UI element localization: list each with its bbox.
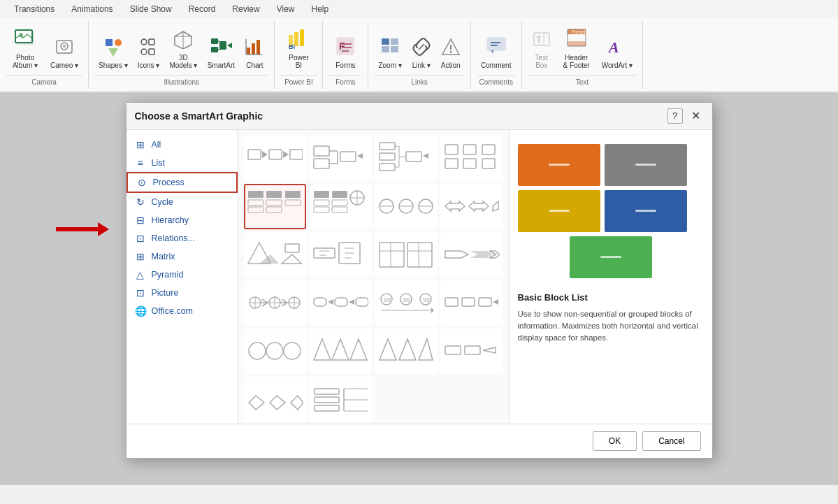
category-cycle[interactable]: ↻ Cycle	[127, 193, 238, 211]
svg-rect-111	[285, 244, 299, 252]
svg-rect-90	[266, 207, 282, 213]
category-matrix[interactable]: ⊞ Matrix	[127, 247, 238, 266]
preview-block-yellow	[518, 190, 600, 232]
graphic-21[interactable]	[310, 377, 373, 422]
text-group-label: Text	[528, 75, 637, 86]
tab-animations[interactable]: Animations	[63, 0, 121, 18]
category-all[interactable]: ⊞ All	[127, 136, 238, 154]
comments-items: Comment	[477, 24, 516, 72]
preview-block-orange	[518, 144, 600, 186]
graphic-10[interactable]	[375, 232, 438, 278]
svg-text:Header: Header	[572, 29, 588, 35]
zoom-button[interactable]: Zoom ▾	[374, 34, 405, 72]
category-officecom[interactable]: 🌐 Office.com	[127, 302, 238, 320]
graphic-4[interactable]	[440, 136, 503, 181]
tab-view[interactable]: View	[268, 0, 303, 18]
svg-rect-85	[248, 191, 263, 198]
dash-green	[600, 256, 621, 258]
svg-point-154	[249, 343, 266, 359]
tab-transitions[interactable]: Transitions	[6, 0, 63, 18]
dialog-body: ⊞ All ≡ List ⊙ Process ↻ Cycle ⊟ Hiera	[127, 130, 712, 424]
cancel-button[interactable]: Cancel	[642, 431, 700, 451]
graphic-basic-process[interactable]	[244, 136, 307, 181]
graphic-15[interactable]	[440, 280, 503, 326]
category-pyramid[interactable]: △ Pyramid	[127, 266, 238, 284]
chart-button[interactable]: Chart	[240, 34, 268, 72]
forms-button[interactable]: F Forms	[328, 33, 362, 72]
ok-button[interactable]: OK	[593, 431, 637, 451]
graphic-6[interactable]	[375, 184, 438, 229]
dialog-title: Choose a SmartArt Graphic	[135, 110, 263, 122]
svg-marker-126	[470, 251, 493, 258]
photo-album-button[interactable]: PhotoAlbum ▾	[6, 24, 45, 72]
graphic-9[interactable]	[309, 232, 372, 278]
relationship-icon: ⊡	[135, 233, 146, 244]
action-button[interactable]: Action	[437, 34, 465, 72]
graphic-2[interactable]	[309, 136, 372, 181]
header-footer-button[interactable]: Header Header& Footer	[557, 24, 596, 72]
graphics-row-6	[244, 377, 503, 422]
svg-marker-160	[380, 339, 396, 360]
svg-rect-55	[568, 41, 586, 46]
graphic-19[interactable]	[440, 329, 503, 374]
category-process[interactable]: ⊙ Process	[127, 172, 238, 193]
tab-slideshow[interactable]: Slide Show	[122, 0, 180, 18]
icons-icon	[139, 37, 159, 60]
graphic-7[interactable]	[440, 184, 503, 229]
svg-marker-59	[262, 151, 268, 158]
svg-rect-95	[314, 207, 329, 213]
category-list[interactable]: ≡ List	[127, 154, 238, 172]
svg-rect-24	[252, 43, 255, 55]
officecom-icon: 🌐	[135, 305, 146, 317]
ribbon-group-camera: PhotoAlbum ▾ Cameo ▾ Camera	[0, 21, 89, 89]
powerbi-button[interactable]: BI PowerBI	[280, 24, 317, 72]
category-list-label: List	[152, 158, 165, 168]
3d-models-button[interactable]: 3DModels ▾	[165, 27, 201, 72]
category-relationship[interactable]: ⊡ Relations...	[127, 229, 238, 247]
ribbon-group-forms: F Forms Forms	[323, 21, 368, 89]
link-button[interactable]: Link ▾	[407, 34, 435, 72]
dialog-help-button[interactable]: ?	[667, 108, 683, 124]
svg-rect-98	[332, 207, 347, 213]
svg-rect-169	[315, 389, 339, 394]
category-officecom-label: Office.com	[152, 306, 194, 316]
tab-record[interactable]: Record	[180, 0, 224, 18]
graphic-12[interactable]	[244, 280, 307, 326]
tab-help[interactable]: Help	[303, 0, 338, 18]
shapes-button[interactable]: Shapes ▾	[94, 34, 132, 72]
graphic-8[interactable]	[244, 232, 307, 278]
graphic-14[interactable]: 99 99 99	[375, 280, 438, 326]
svg-marker-158	[332, 339, 349, 360]
dash-blue	[635, 210, 656, 212]
svg-rect-30	[300, 29, 304, 46]
graphic-17[interactable]	[309, 329, 372, 374]
graphic-18[interactable]	[375, 329, 438, 374]
dialog-title-bar: Choose a SmartArt Graphic ? ✕	[127, 103, 712, 130]
graphic-3[interactable]	[375, 136, 438, 181]
comment-button[interactable]: Comment	[477, 31, 516, 72]
smartart-button[interactable]: SmartArt	[203, 31, 239, 72]
graphic-11[interactable]	[440, 232, 503, 278]
dialog-close-button[interactable]: ✕	[688, 108, 704, 124]
textbox-button[interactable]: T TextBox	[528, 27, 556, 72]
3d-models-label: 3DModels ▾	[169, 54, 197, 69]
comment-label: Comment	[481, 62, 511, 69]
category-hierarchy[interactable]: ⊟ Hierarchy	[127, 211, 238, 229]
category-picture[interactable]: ⊡ Picture	[127, 284, 238, 302]
graphic-basic-block-list[interactable]	[244, 184, 307, 229]
svg-rect-71	[380, 153, 395, 160]
graphic-16[interactable]	[244, 329, 307, 374]
svg-marker-161	[399, 339, 416, 360]
ribbon-group-illustrations: Shapes ▾ Icons ▾	[89, 21, 275, 89]
3d-models-icon	[173, 29, 193, 52]
icons-button[interactable]: Icons ▾	[133, 34, 164, 72]
svg-rect-37	[382, 38, 389, 45]
graphic-20[interactable]	[244, 377, 307, 422]
svg-rect-77	[406, 152, 421, 161]
svg-rect-163	[445, 346, 461, 354]
cameo-button[interactable]: Cameo ▾	[46, 34, 82, 72]
wordart-button[interactable]: A WordArt ▾	[598, 34, 637, 72]
graphic-5[interactable]	[309, 184, 372, 229]
graphic-13[interactable]	[309, 280, 372, 326]
tab-review[interactable]: Review	[224, 0, 268, 18]
